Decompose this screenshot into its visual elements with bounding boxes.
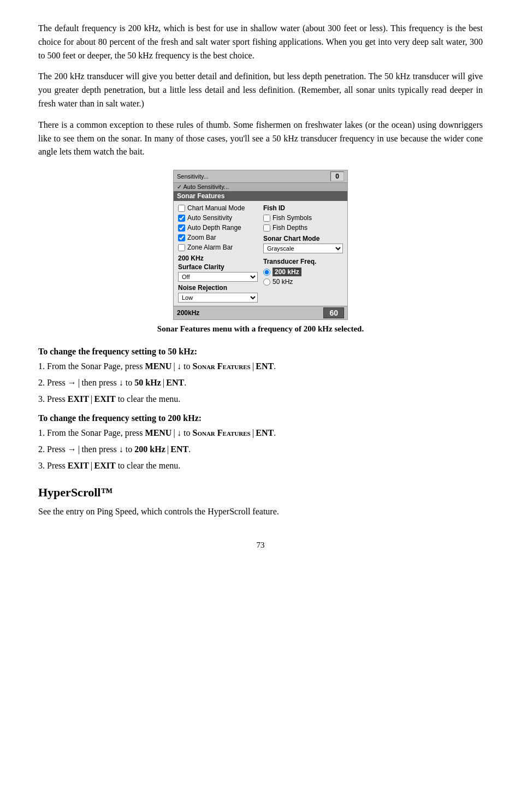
- zone-alarm-bar-checkbox[interactable]: [178, 244, 185, 251]
- zone-alarm-bar-item: Zone Alarm Bar: [178, 244, 258, 251]
- freq-200khz-selected-label: 200 kHz: [273, 268, 301, 276]
- zoom-bar-checkbox[interactable]: [178, 234, 185, 241]
- paragraph-2: The 200 kHz transducer will give you bet…: [38, 70, 483, 110]
- fish-symbols-item: Fish Symbols: [263, 214, 343, 222]
- fish-symbols-label: Fish Symbols: [273, 214, 312, 222]
- surface-clarity-dropdown[interactable]: Off: [178, 272, 258, 282]
- sonar-chart-mode-dropdown[interactable]: Grayscale: [263, 244, 343, 253]
- fish-depths-checkbox[interactable]: [263, 224, 270, 232]
- 200khz-freq-label: 200 KHz: [178, 254, 258, 262]
- menu-body: Chart Manual Mode Auto Sensitivity Auto …: [174, 201, 347, 306]
- change-200-step-2: 2. Press → | then press ↓ to 200 kHz | E…: [38, 443, 483, 456]
- sonar-features-header: Sonar Features: [174, 191, 347, 201]
- fish-depths-label: Fish Depths: [273, 224, 307, 232]
- bottom-value: 60: [323, 307, 344, 318]
- zoom-bar-label: Zoom Bar: [187, 234, 216, 241]
- auto-depth-range-label: Auto Depth Range: [187, 224, 241, 232]
- auto-sensitivity-checkbox[interactable]: [178, 215, 185, 222]
- change-50-step-3: 3. Press EXIT | EXIT to clear the menu.: [38, 393, 483, 406]
- paragraph-1: The default frequency is 200 kHz, which …: [38, 22, 483, 62]
- paragraph-3: There is a common exception to these rul…: [38, 118, 483, 159]
- fish-symbols-checkbox[interactable]: [263, 215, 270, 222]
- change-50-heading: To change the frequency setting to 50 kH…: [38, 347, 483, 357]
- hyperscroll-text: See the entry on Ping Speed, which contr…: [38, 505, 483, 519]
- chart-manual-mode-item: Chart Manual Mode: [178, 204, 258, 212]
- auto-sensitivity-item: Auto Sensitivity: [178, 214, 258, 222]
- sonar-menu-figure: Sensitivity... 0 ✓ Auto Sensitivity... S…: [38, 170, 483, 341]
- change-50-step-2: 2. Press → | then press ↓ to 50 kHz | EN…: [38, 376, 483, 389]
- auto-depth-range-checkbox[interactable]: [178, 224, 185, 232]
- transducer-freq-label: Transducer Freq.: [263, 258, 343, 265]
- hyperscroll-heading: HyperScroll™: [38, 485, 483, 500]
- bottom-freq-label: 200kHz: [177, 309, 199, 317]
- chart-manual-mode-checkbox[interactable]: [178, 205, 185, 212]
- zone-alarm-bar-label: Zone Alarm Bar: [187, 244, 233, 251]
- figure-caption: Sonar Features menu with a frequency of …: [157, 324, 364, 334]
- freq-50khz-item: 50 kHz: [263, 278, 343, 286]
- sensitivity-label: Sensitivity...: [177, 173, 209, 180]
- auto-sensitivity-label: Auto Sensitivity: [187, 214, 232, 222]
- fish-depths-item: Fish Depths: [263, 224, 343, 232]
- freq-50khz-label: 50 kHz: [273, 278, 293, 286]
- surface-clarity-label: Surface Clarity: [178, 263, 258, 271]
- sonar-menu-box: Sensitivity... 0 ✓ Auto Sensitivity... S…: [173, 170, 348, 320]
- fish-id-label: Fish ID: [263, 204, 343, 212]
- freq-50khz-radio[interactable]: [263, 278, 270, 286]
- zero-indicator: 0: [330, 171, 344, 181]
- menu-right-column: Fish ID Fish Symbols Fish Depths Sonar C…: [263, 204, 343, 303]
- change-50-step-1: 1. From the Sonar Page, press MENU | ↓ t…: [38, 360, 483, 373]
- menu-sensitivity-bar: Sensitivity... 0: [174, 170, 347, 183]
- change-200-step-3: 3. Press EXIT | EXIT to clear the menu.: [38, 459, 483, 472]
- noise-rejection-label: Noise Rejection: [178, 284, 258, 292]
- change-200-heading: To change the frequency setting to 200 k…: [38, 413, 483, 423]
- auto-sensitivity-bar: ✓ Auto Sensitivity...: [174, 183, 347, 191]
- zoom-bar-item: Zoom Bar: [178, 234, 258, 241]
- transducer-freq-group: 200 kHz 50 kHz: [263, 268, 343, 286]
- noise-rejection-dropdown[interactable]: Low: [178, 293, 258, 303]
- chart-manual-mode-label: Chart Manual Mode: [187, 204, 245, 212]
- change-200-step-1: 1. From the Sonar Page, press MENU | ↓ t…: [38, 426, 483, 440]
- freq-200khz-item: 200 kHz: [263, 268, 343, 276]
- auto-depth-range-item: Auto Depth Range: [178, 224, 258, 232]
- menu-left-column: Chart Manual Mode Auto Sensitivity Auto …: [178, 204, 258, 303]
- page-number: 73: [38, 541, 483, 550]
- menu-bottom-bar: 200kHz 60: [174, 306, 347, 319]
- freq-200khz-radio[interactable]: [263, 269, 270, 276]
- sonar-chart-mode-label: Sonar Chart Mode: [263, 235, 343, 242]
